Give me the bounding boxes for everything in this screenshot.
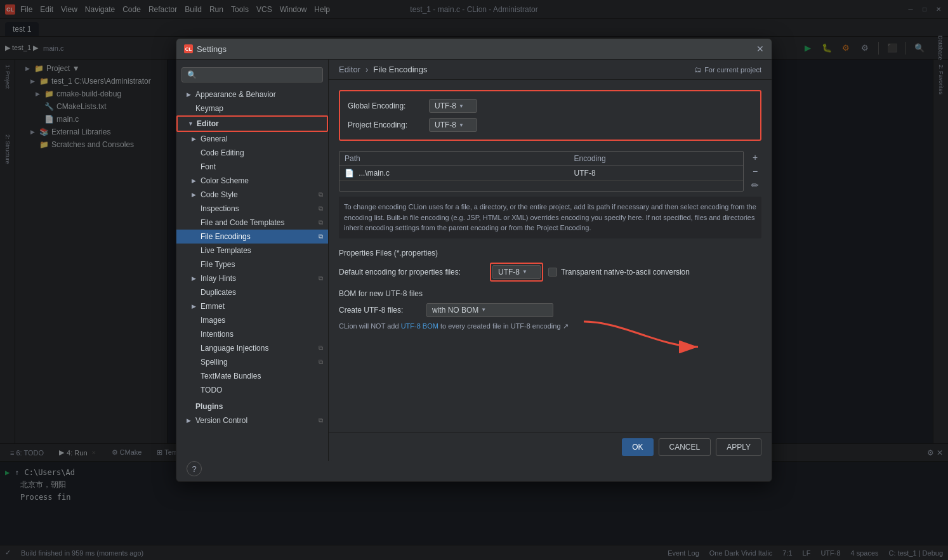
cancel-button[interactable]: CANCEL	[659, 438, 711, 456]
project-encoding-value: UTF-8	[435, 120, 456, 129]
settings-file-encodings-label: File Encodings	[201, 232, 251, 241]
project-icon: 🗂	[694, 65, 702, 74]
apply-button[interactable]: APPLY	[716, 438, 761, 456]
settings-content: Editor › File Encodings 🗂 For current pr…	[329, 60, 772, 461]
create-utf8-value: with NO BOM	[432, 306, 478, 315]
settings-version-control[interactable]: ▶ Version Control ⧉	[176, 413, 328, 427]
settings-code-style-label: Code Style	[201, 190, 238, 199]
settings-live-templates-label: Live Templates	[201, 246, 251, 255]
settings-font[interactable]: Font	[176, 160, 328, 174]
settings-keymap[interactable]: Keymap	[176, 101, 328, 115]
expand-icon: ▶	[187, 91, 193, 98]
global-encoding-row: Global Encoding: UTF-8 ▼	[348, 99, 753, 113]
settings-code-editing[interactable]: Code Editing	[176, 146, 328, 160]
create-utf8-label: Create UTF-8 files:	[339, 306, 421, 315]
remove-path-button[interactable]: −	[749, 165, 761, 178]
settings-spelling[interactable]: Spelling ⧉	[176, 355, 328, 369]
settings-general[interactable]: ▶ General	[176, 132, 328, 146]
vc-expand-icon: ▶	[187, 417, 193, 424]
path-cell: 📄 ...\main.c	[339, 166, 569, 181]
settings-file-types[interactable]: File Types	[176, 257, 328, 271]
settings-emmet[interactable]: ▶ Emmet	[176, 299, 328, 313]
general-expand-icon: ▶	[192, 136, 198, 142]
path-column-header: Path	[339, 152, 569, 166]
settings-inlay-hints-label: Inlay Hints	[201, 274, 236, 283]
emmet-expand-icon: ▶	[192, 303, 198, 309]
modal-body: ▶ Appearance & Behavior Keymap ▼ Editor …	[176, 60, 772, 461]
settings-plugins-label: Plugins	[195, 402, 223, 411]
color-scheme-expand-icon: ▶	[192, 178, 198, 184]
edit-path-button[interactable]: ✏	[749, 179, 761, 192]
settings-appearance-behavior[interactable]: ▶ Appearance & Behavior	[176, 88, 328, 101]
settings-lang-injections-label: Language Injections	[201, 344, 268, 353]
settings-intentions-label: Intentions	[201, 330, 234, 339]
settings-inlay-hints[interactable]: ▶ Inlay Hints ⧉	[176, 271, 328, 285]
settings-emmet-label: Emmet	[201, 302, 225, 311]
props-dropdown-arrow-icon: ▼	[522, 269, 527, 275]
settings-item-label: Appearance & Behavior	[195, 90, 276, 99]
global-encoding-select[interactable]: UTF-8 ▼	[429, 99, 477, 113]
transparent-checkbox[interactable]	[548, 268, 557, 277]
settings-file-code-templates[interactable]: File and Code Templates ⧉	[176, 216, 328, 230]
settings-editor-label: Editor	[197, 119, 219, 128]
props-encoding-select[interactable]: UTF-8 ▼	[492, 265, 541, 279]
transparent-checkbox-row: Transparent native-to-ascii conversion	[548, 268, 690, 277]
create-utf8-select[interactable]: with NO BOM ▼	[426, 303, 553, 317]
settings-todo[interactable]: TODO	[176, 383, 328, 397]
settings-file-types-label: File Types	[201, 260, 235, 269]
encoding-cell: UTF-8	[569, 166, 743, 181]
properties-section-title: Properties Files (*.properties)	[339, 249, 761, 257]
add-path-button[interactable]: +	[749, 151, 761, 164]
ok-button[interactable]: OK	[622, 438, 653, 456]
settings-file-encodings[interactable]: File Encodings ⧉	[176, 230, 328, 244]
settings-textmate-label: TextMate Bundles	[201, 372, 261, 381]
settings-language-injections[interactable]: Language Injections ⧉	[176, 341, 328, 355]
transparent-label: Transparent native-to-ascii conversion	[561, 268, 690, 277]
settings-plugins[interactable]: Plugins	[176, 400, 328, 413]
settings-breadcrumb: Editor › File Encodings 🗂 For current pr…	[329, 60, 772, 80]
modal-close-button[interactable]: ✕	[756, 44, 764, 54]
settings-general-label: General	[201, 134, 228, 143]
settings-search-input[interactable]	[181, 67, 323, 82]
copy-icon2: ⧉	[319, 205, 323, 212]
settings-modal: CL Settings ✕ ▶ Appearance & Behavior	[176, 38, 772, 482]
project-encoding-select[interactable]: UTF-8 ▼	[429, 118, 477, 132]
settings-spelling-label: Spelling	[201, 358, 228, 367]
settings-live-templates[interactable]: Live Templates	[176, 244, 328, 257]
arrow-annotation-container	[339, 341, 761, 379]
bom-note-link[interactable]: UTF-8 BOM	[401, 322, 438, 330]
settings-item-label: Keymap	[195, 104, 223, 113]
modal-footer: OK CANCEL APPLY	[329, 433, 772, 461]
bom-section-title: BOM for new UTF-8 files	[339, 289, 761, 298]
modal-overlay: CL Settings ✕ ▶ Appearance & Behavior	[0, 0, 948, 560]
settings-inspections[interactable]: Inspections ⧉	[176, 202, 328, 216]
modal-icon: CL	[184, 44, 193, 53]
dropdown-arrow-icon: ▼	[459, 103, 464, 109]
settings-images[interactable]: Images	[176, 313, 328, 327]
settings-vc-label: Version Control	[195, 416, 247, 425]
settings-textmate-bundles[interactable]: TextMate Bundles	[176, 369, 328, 383]
help-button[interactable]: ?	[187, 461, 202, 476]
settings-sidebar: ▶ Appearance & Behavior Keymap ▼ Editor …	[176, 60, 329, 461]
settings-duplicates[interactable]: Duplicates	[176, 285, 328, 299]
settings-editor-section[interactable]: ▼ Editor	[176, 115, 328, 132]
dropdown-arrow2-icon: ▼	[459, 122, 464, 128]
inlay-hints-expand-icon: ▶	[192, 275, 198, 282]
settings-code-style[interactable]: ▶ Code Style ⧉	[176, 188, 328, 202]
path-encoding-table: Path Encoding 📄 ...\main.c	[339, 152, 743, 181]
properties-row: Default encoding for properties files: U…	[339, 263, 761, 282]
settings-inspections-label: Inspections	[201, 204, 239, 213]
copy-icon3: ⧉	[319, 219, 323, 226]
props-encoding-select-box: UTF-8 ▼	[490, 263, 543, 282]
editor-expand-icon: ▼	[188, 120, 194, 127]
encoding-description: To change encoding CLion uses for a file…	[339, 197, 761, 238]
copy-icon8: ⧉	[319, 417, 323, 424]
project-encoding-label: Project Encoding:	[348, 120, 424, 129]
settings-color-scheme[interactable]: ▶ Color Scheme	[176, 174, 328, 188]
table-actions: + − ✏	[749, 151, 761, 192]
table-row[interactable]: 📄 ...\main.c UTF-8	[339, 166, 743, 181]
code-style-expand-icon: ▶	[192, 192, 198, 198]
settings-intentions[interactable]: Intentions	[176, 327, 328, 341]
for-project-btn[interactable]: 🗂 For current project	[694, 65, 761, 74]
settings-duplicates-label: Duplicates	[201, 288, 236, 297]
